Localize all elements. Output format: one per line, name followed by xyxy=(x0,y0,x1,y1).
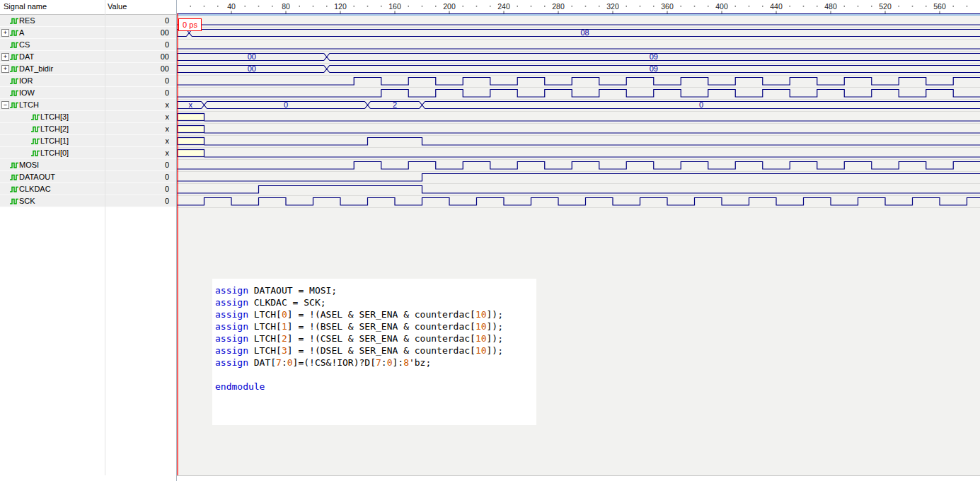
ruler-label: 240 xyxy=(497,2,510,11)
signal-name: DAT_bidir xyxy=(19,64,53,73)
ruler-minor-tick xyxy=(926,6,927,7)
ruler-minor-tick xyxy=(272,6,273,7)
signal-value: x xyxy=(166,137,170,145)
ruler-minor-tick xyxy=(844,6,846,7)
ruler-label: 200 xyxy=(443,2,456,11)
ruler-minor-tick xyxy=(367,6,369,7)
ruler-minor-tick xyxy=(299,6,301,7)
signal-name: CS xyxy=(19,40,30,49)
ruler-minor-tick xyxy=(258,6,260,7)
signal-row[interactable]: RES0 xyxy=(0,15,176,27)
signal-row[interactable]: LTCH[3]x xyxy=(0,111,176,123)
signal-row[interactable]: +DAT_bidir00 xyxy=(0,63,176,75)
signal-row[interactable]: CLKDAC0 xyxy=(0,183,176,195)
ruler-minor-tick xyxy=(585,6,587,7)
signal-value: x xyxy=(166,124,170,133)
signal-row[interactable]: +A00 xyxy=(0,27,176,39)
logic-wave-icon xyxy=(10,30,18,36)
signal-row[interactable]: DATAOUT0 xyxy=(0,171,176,183)
ruler-minor-tick xyxy=(476,6,478,7)
ruler-label: 280 xyxy=(552,2,565,11)
ruler-minor-tick xyxy=(517,6,519,7)
ruler-label: 400 xyxy=(715,2,728,11)
ruler-minor-tick xyxy=(408,6,410,7)
code-line: assign LTCH[1] = !(BSEL & SER_ENA & coun… xyxy=(215,320,536,332)
ruler-minor-tick xyxy=(681,6,682,7)
signal-row[interactable]: LTCH[1]x xyxy=(0,135,176,147)
ruler-minor-tick xyxy=(708,6,709,7)
ruler-minor-tick xyxy=(326,6,328,7)
signal-list-panel: Signal name Value RES0+A00CS0+DAT00+DAT_… xyxy=(0,0,177,481)
logic-wave-icon xyxy=(10,102,18,108)
signal-row[interactable]: LTCH[2]x xyxy=(0,123,176,135)
ruler-minor-tick xyxy=(694,6,696,7)
signal-value: 00 xyxy=(161,64,169,73)
signal-name-column-header: Signal name xyxy=(4,2,47,11)
logic-wave-icon xyxy=(31,138,40,144)
ruler-label: 40 xyxy=(227,2,236,11)
signal-row[interactable]: CS0 xyxy=(0,39,176,51)
ruler-minor-tick xyxy=(572,6,573,7)
logic-wave-icon xyxy=(10,162,18,168)
code-line: assign DATAOUT = MOSI; xyxy=(215,284,536,296)
ruler-minor-tick xyxy=(381,6,382,7)
column-divider[interactable] xyxy=(105,0,105,475)
logic-wave-icon xyxy=(10,198,18,204)
ruler-minor-tick xyxy=(762,6,763,7)
ruler-label: 80 xyxy=(282,2,290,11)
signal-row[interactable]: MOSI0 xyxy=(0,159,176,171)
code-line: assign CLKDAC = SCK; xyxy=(215,296,536,308)
time-ruler[interactable] xyxy=(177,0,980,13)
expand-icon[interactable]: + xyxy=(1,65,9,73)
logic-wave-icon xyxy=(10,78,18,84)
ruler-minor-tick xyxy=(544,6,546,7)
ruler-minor-tick xyxy=(953,6,955,7)
signal-rows: RES0+A00CS0+DAT00+DAT_bidir00IOR0IOW0−LT… xyxy=(0,15,176,207)
signal-value: 00 xyxy=(161,52,169,61)
ruler-minor-tick xyxy=(653,6,655,7)
signal-row[interactable]: LTCH[0]x xyxy=(0,147,176,159)
logic-wave-icon xyxy=(10,42,18,48)
code-line: assign DAT[7:0]=(!CS&!IOR)?D[7:0]:8'bz; xyxy=(215,357,536,369)
signal-name: MOSI xyxy=(19,161,39,169)
signal-row[interactable]: −LTCHx xyxy=(0,99,176,111)
ruler-label: 520 xyxy=(879,2,892,11)
ruler-label: 360 xyxy=(661,2,674,11)
ruler-highlight-strip xyxy=(177,14,980,16)
unknown-state-box xyxy=(178,126,204,133)
expand-icon[interactable]: + xyxy=(1,53,9,61)
signal-name: SCK xyxy=(19,197,35,205)
expand-icon[interactable]: + xyxy=(1,29,9,37)
signal-row[interactable]: +DAT00 xyxy=(0,51,176,63)
signal-name: LTCH[3] xyxy=(40,112,69,121)
signal-row[interactable]: IOW0 xyxy=(0,87,176,99)
unknown-state-box xyxy=(178,150,204,157)
ruler-minor-tick xyxy=(803,6,805,7)
ruler-minor-tick xyxy=(354,6,355,7)
signal-name: LTCH[1] xyxy=(40,137,69,145)
signal-name: LTCH[2] xyxy=(40,124,69,133)
signal-name: LTCH[0] xyxy=(40,149,69,157)
signal-row[interactable]: SCK0 xyxy=(0,195,176,207)
waveform-viewer-window: { "panel": { "signal_header": "Signal na… xyxy=(0,0,980,481)
signal-value: 0 xyxy=(165,76,169,85)
signal-value: x xyxy=(166,100,170,109)
code-line xyxy=(215,369,536,381)
time-cursor-label[interactable]: 0 ps xyxy=(178,18,202,31)
signal-value: 0 xyxy=(165,40,169,49)
collapse-icon[interactable]: − xyxy=(1,101,9,109)
ruler-minor-tick xyxy=(626,6,628,7)
ruler-minor-tick xyxy=(313,6,314,7)
ruler-minor-tick xyxy=(599,6,600,7)
signal-name: CLKDAC xyxy=(19,185,51,193)
ruler-minor-tick xyxy=(463,6,464,7)
ruler-minor-tick xyxy=(735,6,737,7)
ruler-minor-tick xyxy=(531,6,532,7)
logic-wave-icon xyxy=(31,126,40,132)
signal-value: 0 xyxy=(165,197,169,205)
ruler-minor-tick xyxy=(817,6,818,7)
signal-value: 0 xyxy=(165,173,169,181)
logic-wave-icon xyxy=(31,114,40,120)
signal-row[interactable]: IOR0 xyxy=(0,75,176,87)
signal-name: DAT xyxy=(19,52,34,61)
